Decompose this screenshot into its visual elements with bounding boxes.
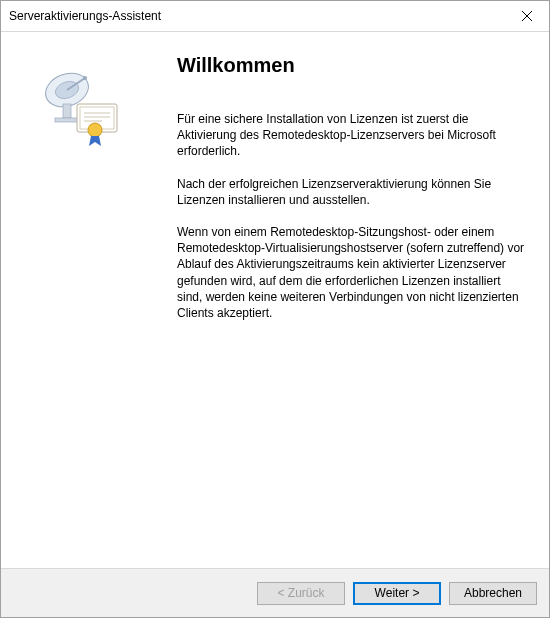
titlebar: Serveraktivierungs-Assistent <box>1 1 549 32</box>
svg-point-13 <box>88 123 102 137</box>
svg-rect-6 <box>63 104 71 118</box>
main-panel: Willkommen Für eine sichere Installation… <box>169 32 549 568</box>
back-button: < Zurück <box>257 582 345 605</box>
next-button[interactable]: Weiter > <box>353 582 441 605</box>
close-icon <box>522 8 532 24</box>
svg-point-5 <box>83 76 87 80</box>
intro-paragraph-1: Für eine sichere Installation von Lizenz… <box>177 111 525 160</box>
svg-rect-7 <box>55 118 79 122</box>
intro-paragraph-3: Wenn von einem Remotedesktop-Sitzungshos… <box>177 224 525 321</box>
cancel-button[interactable]: Abbrechen <box>449 582 537 605</box>
window-title: Serveraktivierungs-Assistent <box>9 9 161 23</box>
button-bar: < Zurück Weiter > Abbrechen <box>1 568 549 617</box>
wizard-window: Serveraktivierungs-Assistent <box>0 0 550 618</box>
content-area: Willkommen Für eine sichere Installation… <box>1 32 549 568</box>
close-button[interactable] <box>504 1 549 31</box>
side-panel <box>1 32 169 568</box>
intro-paragraph-2: Nach der erfolgreichen Lizenzserveraktiv… <box>177 176 525 208</box>
page-heading: Willkommen <box>177 54 525 77</box>
wizard-icon <box>37 60 117 140</box>
